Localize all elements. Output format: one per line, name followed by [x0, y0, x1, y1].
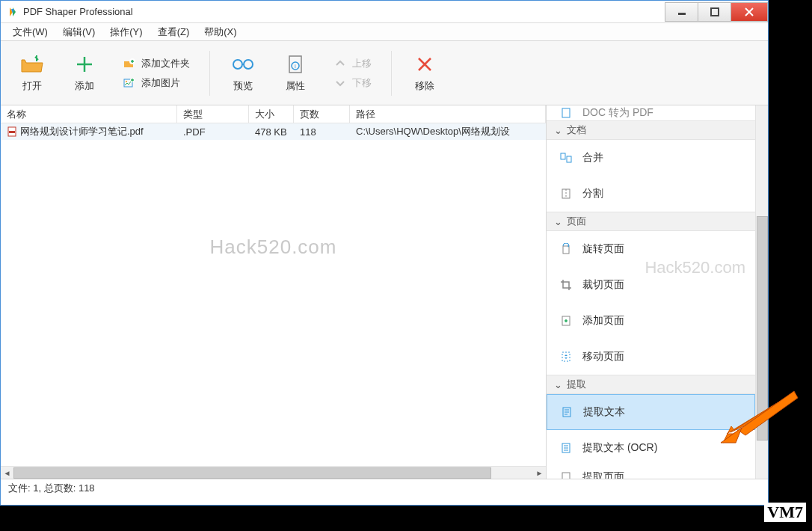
group-page[interactable]: ⌄ 页面	[547, 212, 755, 231]
svg-rect-20	[562, 352, 570, 361]
preview-label: 预览	[233, 79, 253, 93]
menu-view[interactable]: 查看(Z)	[150, 24, 197, 40]
move-down-label: 下移	[352, 76, 372, 90]
add-label: 添加	[75, 79, 94, 93]
col-type[interactable]: 类型	[177, 105, 249, 123]
menu-action[interactable]: 操作(Y)	[102, 24, 150, 40]
group-document[interactable]: ⌄ 文档	[547, 120, 755, 140]
svg-rect-14	[562, 108, 570, 117]
watermark: Hack520.com	[210, 236, 337, 259]
file-pages: 118	[294, 123, 350, 140]
side-split[interactable]: 分割	[547, 176, 755, 212]
col-name[interactable]: 名称	[1, 105, 177, 123]
svg-rect-1	[711, 8, 719, 16]
svg-rect-0	[678, 13, 686, 15]
file-list: 名称 类型 大小 页数 路径 网络规划设计师学习笔记.pdf .PDF 478 …	[1, 105, 547, 479]
file-size: 478 KB	[249, 123, 294, 140]
separator	[391, 51, 392, 96]
scroll-thumb[interactable]	[757, 216, 768, 441]
move-page-icon	[560, 351, 572, 363]
close-button[interactable]	[731, 2, 768, 22]
titlebar: PDF Shaper Professional	[1, 1, 768, 23]
side-extract-text-ocr[interactable]: 提取文本 (OCR)	[547, 430, 755, 466]
folder-open-icon	[20, 54, 44, 75]
add-folder-label: 添加文件夹	[141, 57, 190, 70]
menu-file[interactable]: 文件(W)	[5, 24, 55, 40]
side-move-page[interactable]: 移动页面	[547, 339, 755, 375]
svg-rect-13	[9, 131, 15, 133]
scroll-thumb[interactable]	[13, 467, 491, 479]
x-icon	[413, 54, 437, 75]
svg-rect-15	[561, 153, 565, 159]
file-row[interactable]: 网络规划设计师学习笔记.pdf .PDF 478 KB 118 C:\Users…	[1, 123, 546, 140]
remove-label: 移除	[415, 79, 434, 93]
menubar: 文件(W) 编辑(V) 操作(Y) 查看(Z) 帮助(X)	[1, 23, 768, 41]
extract-page-icon	[560, 471, 572, 479]
file-path: C:\Users\HQW\Desktop\网络规划设	[350, 123, 546, 140]
vertical-scrollbar[interactable]	[755, 105, 768, 479]
col-size[interactable]: 大小	[249, 105, 294, 123]
vm-label: VM7	[764, 503, 806, 522]
collapse-icon: ⌄	[554, 216, 562, 227]
app-icon	[7, 6, 19, 18]
properties-button[interactable]: i 属性	[273, 54, 318, 93]
menu-help[interactable]: 帮助(X)	[197, 24, 244, 40]
side-extract-text[interactable]: 提取文本	[547, 394, 755, 430]
scroll-left-arrow[interactable]: ◄	[1, 467, 13, 479]
add-image-label: 添加图片	[141, 76, 180, 90]
move-up-button[interactable]: 上移	[334, 57, 372, 70]
status-bar: 文件: 1, 总页数: 118	[1, 479, 768, 497]
add-button[interactable]: 添加	[62, 54, 107, 93]
svg-point-5	[126, 81, 127, 82]
glasses-icon	[231, 54, 255, 75]
add-image-button[interactable]: 添加图片	[123, 76, 190, 90]
side-doc-to-pdf[interactable]: DOC 转为 PDF	[547, 105, 755, 120]
scroll-right-arrow[interactable]: ►	[533, 467, 546, 479]
side-extract-page[interactable]: 提取页面	[547, 466, 755, 479]
window-title: PDF Shaper Professional	[23, 6, 665, 17]
svg-point-7	[233, 60, 242, 69]
svg-rect-16	[567, 156, 571, 162]
col-path[interactable]: 路径	[350, 105, 546, 123]
side-add-page[interactable]: 添加页面	[547, 303, 755, 339]
side-merge[interactable]: 合并	[547, 140, 755, 176]
file-rows: 网络规划设计师学习笔记.pdf .PDF 478 KB 118 C:\Users…	[1, 123, 546, 466]
horizontal-scrollbar[interactable]: ◄ ►	[1, 466, 546, 479]
group-extract[interactable]: ⌄ 提取	[547, 375, 755, 394]
pdf-icon	[7, 126, 17, 137]
toolbar: 打开 添加 添加文件夹 添加图片 预览	[1, 41, 768, 105]
add-page-icon	[560, 315, 572, 327]
col-pages[interactable]: 页数	[294, 105, 350, 123]
minimize-button[interactable]	[665, 2, 698, 22]
collapse-icon: ⌄	[554, 125, 562, 136]
window-controls	[665, 2, 768, 22]
plus-icon	[73, 54, 96, 75]
remove-button[interactable]: 移除	[402, 54, 447, 93]
rotate-icon	[560, 243, 572, 255]
separator	[209, 51, 210, 96]
side-crop[interactable]: 裁切页面	[547, 267, 755, 303]
open-button[interactable]: 打开	[10, 54, 55, 93]
preview-button[interactable]: 预览	[221, 54, 265, 93]
move-down-button[interactable]: 下移	[334, 76, 372, 90]
file-type: .PDF	[177, 123, 249, 140]
collapse-icon: ⌄	[554, 379, 562, 390]
split-icon	[560, 188, 572, 200]
app-window: PDF Shaper Professional 文件(W) 编辑(V) 操作(Y…	[0, 0, 769, 506]
maximize-button[interactable]	[698, 2, 731, 22]
svg-rect-18	[563, 246, 569, 254]
image-plus-icon	[123, 77, 135, 89]
chevron-down-icon	[334, 77, 346, 89]
text-icon	[561, 406, 573, 418]
scroll-track[interactable]	[13, 467, 533, 479]
folder-plus-icon	[123, 58, 135, 70]
add-folder-button[interactable]: 添加文件夹	[123, 57, 190, 70]
chevron-up-icon	[334, 58, 346, 70]
menu-edit[interactable]: 编辑(V)	[55, 24, 102, 40]
info-page-icon: i	[283, 54, 307, 75]
side-panel: DOC 转为 PDF ⌄ 文档 合并 分割 ⌄ 页面	[547, 105, 768, 479]
side-rotate[interactable]: 旋转页面	[547, 231, 755, 267]
move-up-label: 上移	[352, 57, 372, 70]
crop-icon	[560, 279, 572, 291]
properties-label: 属性	[286, 79, 305, 93]
